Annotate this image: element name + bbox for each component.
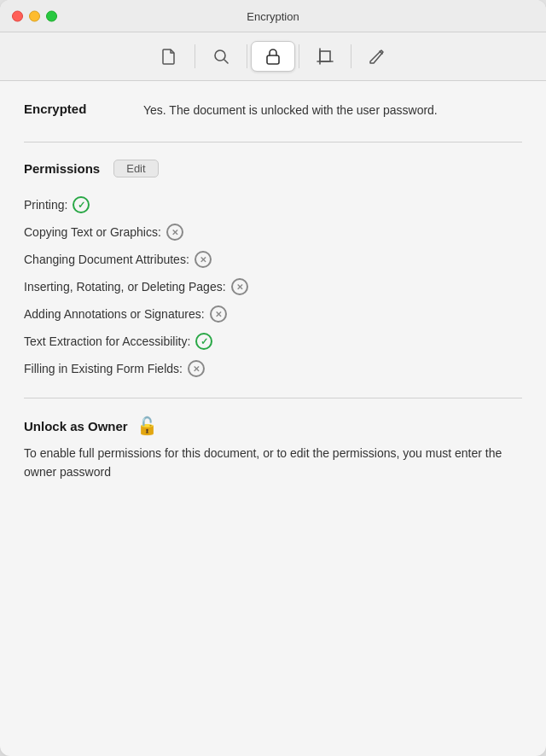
content: Encrypted Yes. The document is unlocked … — [0, 81, 546, 756]
title-bar: Encryption — [0, 0, 546, 32]
denied-icon — [195, 251, 212, 268]
denied-icon — [166, 224, 183, 241]
toolbar-search-button[interactable] — [199, 41, 243, 72]
traffic-lights — [12, 10, 57, 21]
encrypted-value: Yes. The document is unlocked with the u… — [143, 102, 438, 119]
window: Encryption — [0, 0, 546, 756]
toolbar-lock-button[interactable] — [251, 41, 295, 72]
toolbar-sep-3 — [299, 44, 299, 68]
permission-row: Copying Text or Graphics: — [24, 218, 522, 246]
toolbar-sep-1 — [195, 44, 195, 68]
edit-permissions-button[interactable]: Edit — [113, 160, 158, 177]
permission-label: Copying Text or Graphics: — [24, 225, 161, 239]
svg-point-0 — [215, 50, 225, 61]
allowed-icon — [195, 333, 212, 350]
permission-row: Inserting, Rotating, or Deleting Pages: — [24, 273, 522, 300]
unlock-label: Unlock as Owner — [24, 419, 128, 433]
permissions-header: Permissions Edit — [24, 160, 522, 177]
permission-row: Printing: — [24, 191, 522, 218]
toolbar-sep-2 — [247, 44, 247, 68]
svg-rect-3 — [320, 51, 330, 61]
permissions-label: Permissions — [24, 161, 100, 176]
toolbar — [0, 32, 546, 81]
toolbar-file-button[interactable] — [147, 41, 191, 72]
permissions-list: Printing:Copying Text or Graphics:Changi… — [24, 191, 522, 382]
svg-line-1 — [224, 60, 228, 63]
denied-icon — [188, 360, 205, 377]
minimize-button[interactable] — [29, 10, 40, 21]
denied-icon — [231, 278, 248, 295]
permission-row: Adding Annotations or Signatures: — [24, 300, 522, 328]
close-button[interactable] — [12, 10, 23, 21]
encrypted-label: Encrypted — [24, 102, 126, 116]
lock-icon: 🔓 — [136, 416, 158, 436]
svg-rect-2 — [267, 55, 279, 64]
toolbar-sep-4 — [351, 44, 351, 68]
divider-2 — [24, 398, 522, 398]
unlock-header: Unlock as Owner 🔓 — [24, 416, 522, 436]
window-title: Encryption — [247, 10, 299, 23]
divider-1 — [24, 142, 522, 142]
toolbar-edit-button[interactable] — [355, 41, 399, 72]
permission-label: Inserting, Rotating, or Deleting Pages: — [24, 280, 226, 294]
permission-label: Filling in Existing Form Fields: — [24, 362, 183, 375]
permission-row: Text Extraction for Accessibility: — [24, 328, 522, 355]
denied-icon — [210, 305, 227, 323]
permission-label: Text Extraction for Accessibility: — [24, 334, 190, 348]
unlock-section: Unlock as Owner 🔓 To enable full permiss… — [24, 416, 522, 481]
allowed-icon — [73, 196, 90, 213]
toolbar-crop-button[interactable] — [303, 41, 347, 72]
permission-label: Adding Annotations or Signatures: — [24, 307, 205, 321]
unlock-description: To enable full permissions for this docu… — [24, 445, 522, 481]
maximize-button[interactable] — [46, 10, 57, 21]
permission-label: Changing Document Attributes: — [24, 253, 189, 266]
encrypted-section: Encrypted Yes. The document is unlocked … — [24, 102, 522, 138]
permission-row: Filling in Existing Form Fields: — [24, 355, 522, 382]
permission-label: Printing: — [24, 198, 67, 212]
permission-row: Changing Document Attributes: — [24, 246, 522, 273]
